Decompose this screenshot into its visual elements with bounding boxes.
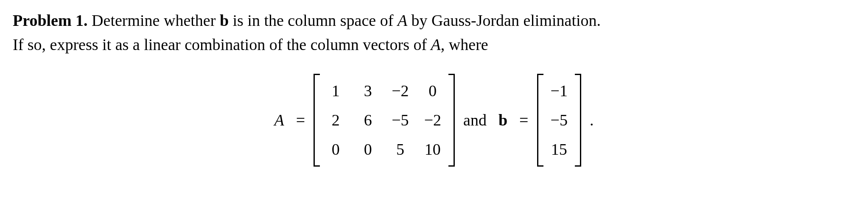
line-1: Problem 1. Determine whether b is in the… <box>13 8 855 33</box>
problem-statement: Problem 1. Determine whether b is in the… <box>13 8 855 57</box>
text-4: If so, express it as a linear combinatio… <box>13 36 431 53</box>
cell: 0 <box>417 76 449 106</box>
table-row: 0 0 5 10 <box>319 135 449 164</box>
text-5: , where <box>441 36 488 53</box>
cell: 10 <box>417 135 449 164</box>
cell: −5 <box>384 106 416 135</box>
cell: −1 <box>543 76 575 106</box>
eq-period: . <box>586 108 597 132</box>
problem-label: Problem 1. <box>13 11 88 29</box>
matrix-A: 1 3 −2 0 2 6 −5 −2 0 0 5 10 <box>314 74 455 167</box>
cell: 5 <box>384 135 416 164</box>
cell: −2 <box>417 106 449 135</box>
cell: 15 <box>543 135 575 164</box>
vector-b: −1 −5 15 <box>537 74 581 167</box>
var-a2: A <box>431 36 441 53</box>
cell: 0 <box>319 135 352 164</box>
text-1: Determine whether <box>88 11 220 29</box>
eq-equals-1: = <box>293 108 308 132</box>
eq-b-label: b <box>495 108 511 132</box>
text-2: is in the column space of <box>229 11 398 29</box>
vector-b-table: −1 −5 15 <box>543 76 575 164</box>
cell: 3 <box>352 76 384 106</box>
cell: 2 <box>319 106 352 135</box>
text-3: by Gauss-Jordan elimination. <box>407 11 601 29</box>
matrix-A-table: 1 3 −2 0 2 6 −5 −2 0 0 5 10 <box>319 76 449 164</box>
cell: −2 <box>384 76 416 106</box>
table-row: −1 <box>543 76 575 106</box>
line-2: If so, express it as a linear combinatio… <box>13 33 855 57</box>
table-row: 15 <box>543 135 575 164</box>
table-row: 2 6 −5 −2 <box>319 106 449 135</box>
cell: 6 <box>352 106 384 135</box>
eq-and-text: and <box>460 108 490 132</box>
table-row: 1 3 −2 0 <box>319 76 449 106</box>
equation-block: A = 1 3 −2 0 2 6 −5 −2 0 0 5 10 and <box>13 74 855 167</box>
cell: −5 <box>543 106 575 135</box>
eq-equals-2: = <box>516 108 532 132</box>
eq-A-label: A <box>271 108 288 132</box>
table-row: −5 <box>543 106 575 135</box>
var-b: b <box>220 11 229 29</box>
cell: 0 <box>352 135 384 164</box>
var-a1: A <box>398 11 407 29</box>
cell: 1 <box>319 76 352 106</box>
